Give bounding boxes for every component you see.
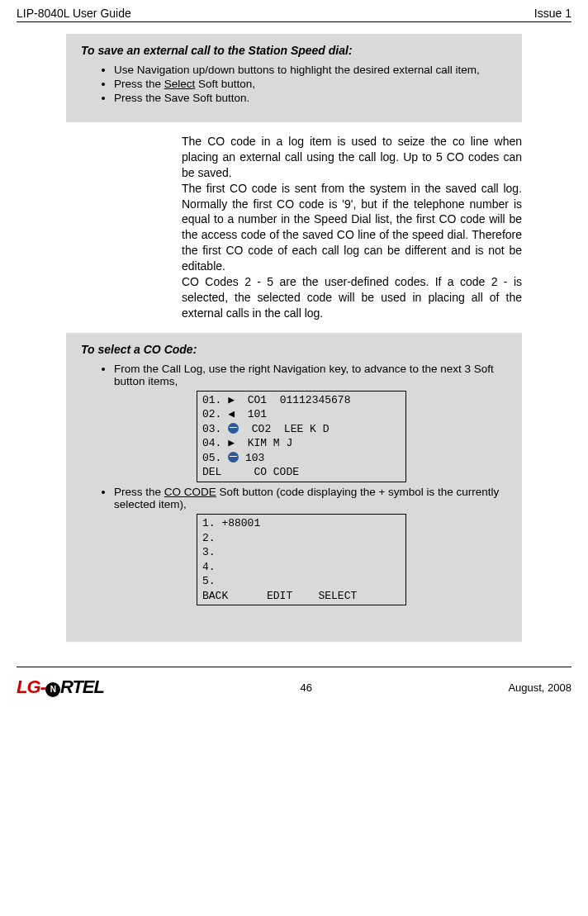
list-item: Press the CO CODE Soft button (code disp… (114, 486, 507, 605)
box-select-co-code: To select a CO Code: From the Call Log, … (66, 333, 522, 643)
screen-row: DEL CO CODE (202, 465, 401, 480)
item-text: From the Call Log, use the right Navigat… (114, 363, 494, 387)
header-right: Issue 1 (534, 7, 571, 20)
list-item: From the Call Log, use the right Navigat… (114, 363, 507, 482)
list-item: Press the Save Soft button. (114, 92, 507, 104)
screen-row: 01. ▶ CO1 01112345678 (202, 393, 401, 408)
screen-row: 5. (202, 574, 401, 589)
screen-row: 04. ▶ KIM M J (202, 436, 401, 451)
list-item: Use Navigation up/down buttons to highli… (114, 64, 507, 76)
box1-title: To save an external call to the Station … (81, 44, 507, 57)
logo-swirl-icon: N (45, 682, 60, 697)
screen-row: 1. +88001 (202, 516, 401, 531)
globe-icon (228, 452, 239, 463)
phone-screen-2: 1. +88001 2. 3. 4. 5. BACK EDIT SELECT (197, 514, 406, 605)
screen-row: 05. 103 (202, 451, 401, 466)
list-item: Press the Select Soft button, (114, 78, 507, 90)
screen-row: 2. (202, 531, 401, 546)
box2-list: From the Call Log, use the right Navigat… (81, 363, 507, 606)
paragraph: CO Codes 2 - 5 are the user-defined code… (182, 274, 522, 321)
screen-row: 4. (202, 560, 401, 575)
box-save-external-call: To save an external call to the Station … (66, 34, 522, 122)
page-header: LIP-8040L User Guide Issue 1 (17, 0, 571, 22)
screen-row: 3. (202, 545, 401, 560)
footer-date: August, 2008 (508, 681, 571, 694)
item-text: Press the CO CODE Soft button (code disp… (114, 486, 499, 510)
paragraph: The CO code in a log item is used to sei… (182, 134, 522, 181)
globe-icon (228, 423, 239, 434)
page-number: 46 (300, 681, 311, 694)
phone-screen-1: 01. ▶ CO1 01112345678 02. ◀ 101 03. CO2 … (197, 391, 406, 482)
lg-nortel-logo: LG-NRTEL (17, 676, 104, 698)
screen-row: 02. ◀ 101 (202, 407, 401, 422)
box1-list: Use Navigation up/down buttons to highli… (81, 64, 507, 104)
box2-title: To select a CO Code: (81, 343, 507, 356)
header-left: LIP-8040L User Guide (17, 7, 131, 20)
logo-lg-text: LG- (17, 676, 45, 697)
page-footer: LG-NRTEL 46 August, 2008 (17, 667, 571, 704)
paragraph: The first CO code is sent from the syste… (182, 181, 522, 274)
screen-row: 03. CO2 LEE K D (202, 422, 401, 437)
logo-nortel-text: RTEL (60, 676, 104, 697)
screen-row: BACK EDIT SELECT (202, 589, 401, 604)
